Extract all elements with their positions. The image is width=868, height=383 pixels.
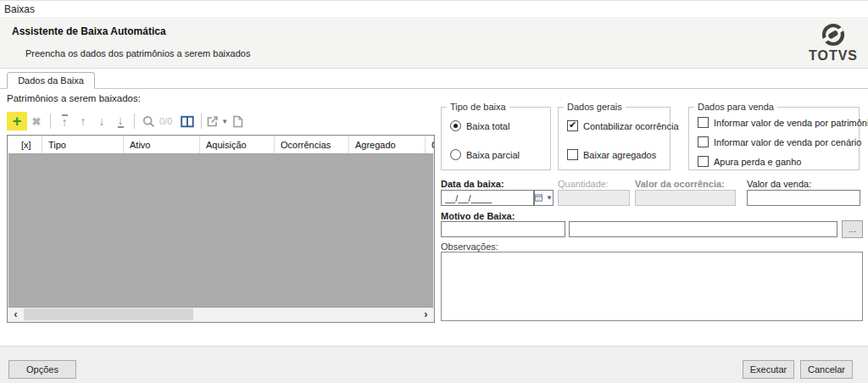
grid-column-x[interactable]: [x] (8, 136, 42, 153)
group-tipo-de-baixa: Tipo de baixa Baixa total Baixa parcial (441, 107, 551, 170)
arrow-up-icon: ↑ (81, 115, 86, 127)
grid-column-ativo[interactable]: Ativo (124, 136, 200, 153)
checkbox-venda-cenario-label: Informar valor de venda por cenário (714, 137, 861, 147)
export-button[interactable]: ▼ (206, 112, 228, 130)
baixas-dialog: Baixas Assistente de Baixa Automática Pr… (0, 0, 868, 383)
move-last-button[interactable]: ↓ (111, 112, 130, 130)
checkbox-venda-patrimonio-label: Informar valor de venda por patrimônio (714, 118, 868, 128)
plus-icon: + (13, 114, 22, 129)
grid-column-clipped[interactable]: C (426, 136, 435, 153)
radio-baixa-parcial[interactable]: Baixa parcial (450, 149, 520, 160)
grid-toolbar: + ✖ ↑ ↑ ↓ ↓ 0/0 ▼ (7, 110, 435, 132)
toolbar-separator (134, 114, 135, 129)
grid-header-row: [x] Tipo Ativo Aquisição Ocorrências Agr… (8, 136, 433, 154)
toolbar-separator (201, 114, 202, 129)
arrow-up-to-bar-icon: ↑ (62, 114, 68, 128)
move-first-button[interactable]: ↑ (55, 112, 74, 130)
checkbox-unchecked-icon (698, 156, 709, 167)
tabstrip-divider (0, 88, 868, 89)
grid-body-empty[interactable] (8, 154, 433, 307)
checkbox-unchecked-icon (698, 117, 709, 128)
grid-column-agregado[interactable]: Agregado (349, 136, 426, 153)
column-chooser-button[interactable] (178, 112, 197, 130)
checkbox-apura-perda-ganho[interactable]: Apura perda e ganho (698, 156, 801, 167)
dialog-footer: Opções Executar Cancelar (0, 346, 868, 383)
document-icon (232, 115, 243, 128)
totvs-logo: TOTVS (807, 22, 860, 64)
wizard-header: Assistente de Baixa Automática Preencha … (0, 19, 868, 69)
motivo-de-baixa-label: Motivo de Baixa: (441, 211, 515, 221)
group-dados-gerais: Dados gerais Contabilizar ocorrência Bai… (558, 107, 670, 170)
radio-unselected-icon (450, 149, 461, 160)
move-down-button[interactable]: ↓ (92, 112, 111, 130)
search-button[interactable] (139, 112, 158, 130)
wizard-title: Assistente de Baixa Automática (12, 25, 166, 37)
window-title: Baixas (4, 3, 35, 15)
arrow-down-icon: ↓ (99, 115, 105, 127)
valor-venda-input[interactable] (747, 190, 860, 206)
opcoes-button[interactable]: Opções (8, 360, 76, 379)
valor-venda-label: Valor da venda: (747, 179, 811, 189)
report-button[interactable] (228, 112, 247, 130)
motivo-lookup-button[interactable]: ... (842, 220, 863, 238)
export-icon (206, 115, 219, 128)
scroll-right-icon[interactable]: › (419, 308, 433, 321)
checkbox-venda-por-cenario[interactable]: Informar valor de venda por cenário (698, 136, 861, 147)
grid-column-aquisicao[interactable]: Aquisição (200, 136, 275, 153)
executar-button[interactable]: Executar (743, 360, 794, 379)
dropdown-caret-icon: ▼ (221, 118, 228, 125)
columns-icon (181, 115, 194, 128)
tab-dados-da-baixa[interactable]: Dados da Baixa (7, 72, 95, 89)
checkbox-checked-icon (567, 120, 578, 131)
checkbox-apura-perda-label: Apura perda e ganho (714, 157, 801, 167)
valor-ocorrencia-label: Valor da ocorrência: (635, 179, 725, 189)
search-icon (142, 115, 155, 128)
checkbox-unchecked-icon (567, 149, 578, 160)
grid-column-ocorrencias[interactable]: Ocorrências (275, 136, 349, 153)
add-row-button[interactable]: + (7, 112, 27, 130)
calendar-icon (535, 193, 542, 203)
observacoes-textarea[interactable] (441, 252, 863, 321)
totvs-logo-icon (821, 22, 846, 47)
group-tipo-de-baixa-legend: Tipo de baixa (447, 102, 509, 112)
patrimonios-grid: [x] Tipo Ativo Aquisição Ocorrências Agr… (7, 135, 435, 323)
radio-baixa-parcial-label: Baixa parcial (466, 150, 520, 160)
motivo-codigo-input[interactable] (441, 221, 565, 237)
quantidade-label: Quantidade: (558, 179, 609, 189)
window-titlebar: Baixas (0, 1, 868, 19)
valor-ocorrencia-input[interactable] (635, 190, 736, 206)
delete-row-button[interactable]: ✖ (27, 112, 46, 130)
data-da-baixa-input[interactable] (441, 190, 534, 206)
checkbox-baixar-agregados-label: Baixar agregados (583, 150, 656, 160)
radio-baixa-total[interactable]: Baixa total (450, 120, 509, 131)
observacoes-label: Observações: (441, 241, 498, 252)
group-dados-gerais-legend: Dados gerais (564, 102, 626, 112)
grid-caption: Patrimônios a serem baixados: (7, 93, 141, 103)
totvs-logo-text: TOTVS (807, 48, 860, 64)
quantidade-input[interactable] (558, 190, 630, 206)
checkbox-contabilizar-label: Contabilizar ocorrência (583, 121, 679, 131)
checkbox-venda-por-patrimonio[interactable]: Informar valor de venda por patrimônio (698, 117, 868, 128)
toolbar-separator (50, 114, 51, 129)
radio-baixa-total-label: Baixa total (466, 121, 509, 131)
checkbox-baixar-agregados[interactable]: Baixar agregados (567, 149, 656, 160)
radio-selected-icon (450, 120, 461, 131)
checkbox-unchecked-icon (698, 136, 709, 147)
arrow-down-to-bar-icon: ↓ (118, 114, 124, 128)
wizard-subtitle: Preencha os dados dos patrimônios a sere… (25, 48, 250, 58)
data-da-baixa-label: Data da baixa: (441, 179, 504, 189)
group-dados-para-venda-legend: Dados para venda (694, 102, 777, 112)
date-picker-button[interactable]: ▼ (534, 190, 554, 206)
scroll-left-icon[interactable]: ‹ (8, 308, 23, 321)
grid-column-tipo[interactable]: Tipo (42, 136, 124, 153)
grid-horizontal-scrollbar[interactable]: ‹ › (8, 307, 433, 321)
motivo-descricao-input[interactable] (569, 221, 837, 237)
scrollbar-thumb[interactable] (24, 308, 193, 320)
search-counter: 0/0 (159, 116, 172, 126)
checkbox-contabilizar-ocorrencia[interactable]: Contabilizar ocorrência (567, 120, 679, 131)
delete-icon: ✖ (32, 115, 42, 128)
dropdown-caret-icon: ▼ (546, 194, 553, 202)
group-dados-para-venda: Dados para venda Informar valor de venda… (688, 107, 860, 170)
move-up-button[interactable]: ↑ (74, 112, 92, 130)
cancelar-button[interactable]: Cancelar (800, 360, 853, 379)
